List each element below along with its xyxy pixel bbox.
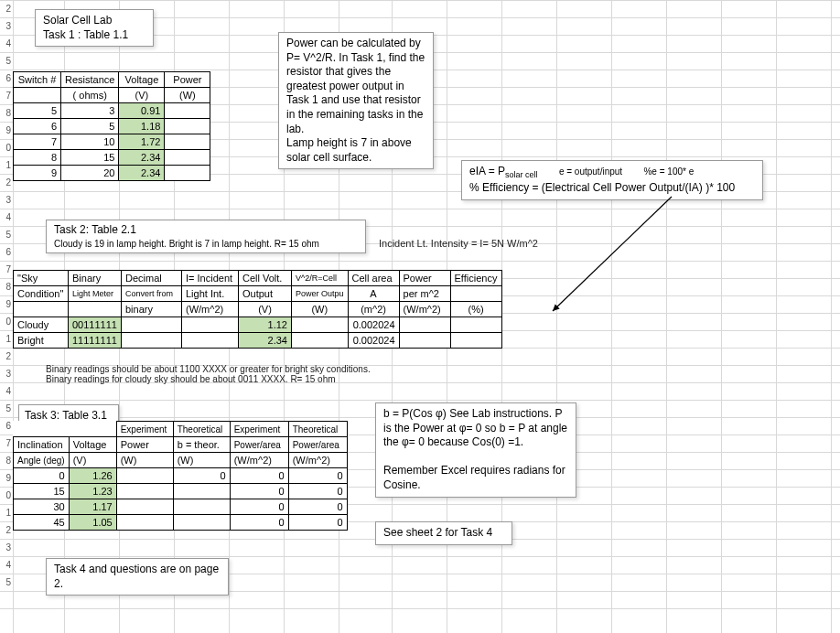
task3-table: Experiment Theoretical Experiment Theore… — [13, 421, 348, 531]
task2-title-box: Task 2: Table 2.1 Cloudy is 19 in lamp h… — [46, 220, 366, 253]
incident-note: Incident Lt. Intensity = I= 5N W/m^2 — [379, 238, 538, 249]
t1-h-res[interactable]: Resistance — [61, 72, 119, 88]
title-l1: Solar Cell Lab — [43, 14, 145, 28]
arrow-icon — [544, 192, 690, 320]
title-box: Solar Cell Lab Task 1 : Table 1.1 — [35, 9, 154, 47]
svg-line-0 — [553, 197, 672, 311]
t1-h-switch[interactable]: Switch # — [14, 72, 61, 88]
t1-h-v[interactable]: Voltage — [119, 72, 165, 88]
row-headers: 2345678901234567890123456789012345 — [0, 0, 13, 591]
binary-note: Binary readings should be about 1100 XXX… — [46, 364, 371, 384]
title-l2: Task 1 : Table 1.1 — [43, 28, 145, 43]
task1-table: Switch # Resistance Voltage Power ( ohms… — [13, 71, 210, 181]
power-note: Power can be calculated by P= V^2/R. In … — [278, 32, 434, 169]
task4-note: Task 4 and questions are on page 2. — [46, 558, 229, 595]
t1-h-p[interactable]: Power — [165, 72, 210, 88]
cos-note: b = P(Cos φ) See Lab instructions. P is … — [375, 402, 576, 498]
sheet2-note: See sheet 2 for Task 4 — [375, 521, 512, 545]
task2-table: "Sky Binary Decimal I= Incident Cell Vol… — [13, 270, 502, 349]
